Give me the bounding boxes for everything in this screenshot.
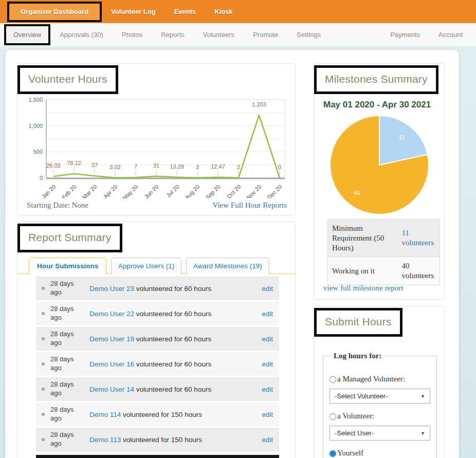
subnav-item-overview[interactable]: Overview	[4, 24, 50, 45]
svg-text:May 20: May 20	[121, 184, 139, 198]
annotation-box-partial	[36, 455, 279, 458]
user-link[interactable]: Demo User 23	[89, 285, 134, 292]
subnav-item-payments[interactable]: Payments	[381, 31, 429, 39]
edit-link[interactable]: edit	[257, 436, 279, 444]
svg-text:Jun 20: Jun 20	[143, 184, 160, 198]
milestones-period: May 01 2020 - Apr 30 2021	[323, 100, 431, 110]
edit-link[interactable]: edit	[257, 411, 279, 418]
milestones-summary-title: Milestones Summary	[325, 73, 428, 85]
submit-hours-title: Submit Hours	[325, 316, 392, 328]
content-area: Volunteer Hours 05001,0001,50026.0278.12…	[0, 46, 476, 458]
subnav-right-group: Payments Account	[381, 31, 476, 39]
yourself-radio[interactable]	[329, 450, 336, 457]
submission-text: Demo User 19 volunteered for 60 hours	[82, 335, 257, 343]
select-volunteer-value: -Select Volunteer-	[335, 392, 388, 400]
option-yourself: Yourself	[329, 449, 430, 457]
submission-text: Demo User 22 volunteered for 60 hours	[82, 310, 257, 318]
milestone-count-link[interactable]: 11 volunteers	[402, 229, 434, 247]
submission-time: 28 days ago	[50, 380, 82, 398]
tab-approve-users[interactable]: Approve Users (1)	[111, 258, 182, 274]
nav-tab-events[interactable]: Events	[165, 0, 206, 23]
chevron-down-icon: ▼	[420, 431, 425, 436]
submission-text: Demo 113 volunteered for 150 hours	[82, 436, 257, 444]
submission-time: 28 days ago	[50, 330, 82, 347]
volunteer-hours-title: Volunteer Hours	[28, 73, 107, 85]
svg-text:31: 31	[153, 162, 159, 169]
svg-text:500: 500	[33, 149, 43, 155]
edit-link[interactable]: edit	[257, 310, 279, 318]
hour-submission-row: 28 days agoDemo User 22 volunteered for …	[36, 302, 279, 325]
subnav-item-approvals[interactable]: Approvals (30)	[50, 31, 113, 39]
subnav-item-reports[interactable]: Reports	[152, 31, 194, 39]
hour-submission-row: 28 days agoDemo User 14 volunteered for …	[36, 377, 279, 401]
user-link[interactable]: Demo 114	[89, 411, 121, 418]
svg-text:26.02: 26.02	[46, 162, 61, 169]
managed-volunteer-radio[interactable]	[329, 376, 336, 383]
volunteer-radio[interactable]	[329, 413, 336, 420]
managed-volunteer-label: a Managed Volunteer:	[337, 375, 405, 383]
nav-tab-kiosk[interactable]: Kiosk	[205, 0, 242, 23]
report-summary-panel: Report Summary Hour Submissions Approve …	[17, 222, 296, 458]
edit-link[interactable]: edit	[257, 285, 279, 292]
svg-text:2: 2	[237, 164, 240, 170]
svg-text:Jan 20: Jan 20	[41, 184, 57, 198]
user-link[interactable]: Demo User 22	[89, 310, 134, 318]
user-link[interactable]: Demo User 14	[89, 386, 134, 393]
hour-submission-row: 28 days agoDemo User 23 volunteered for …	[36, 277, 279, 300]
select-volunteer-dropdown[interactable]: -Select Volunteer- ▼	[329, 389, 430, 404]
table-row: Working on it 40 volunteers	[328, 257, 440, 285]
view-full-hour-reports-link[interactable]: View Full Hour Reports	[212, 201, 287, 210]
user-link[interactable]: Demo 113	[89, 436, 121, 444]
svg-text:3.02: 3.02	[109, 164, 120, 170]
submission-time: 28 days ago	[50, 431, 82, 448]
yourself-label: Yourself	[337, 449, 363, 457]
view-full-milestone-report-link[interactable]: view full milestone report	[323, 284, 403, 292]
svg-text:1,500: 1,500	[28, 97, 43, 103]
milestones-panel: Milestones Summary May 01 2020 - Apr 30 …	[314, 63, 445, 300]
secondary-nav: Overview Approvals (30) Photos Reports V…	[0, 23, 476, 46]
bullet-icon	[36, 362, 50, 365]
bullet-icon	[36, 413, 50, 416]
edit-link[interactable]: edit	[257, 335, 279, 343]
subnav-item-settings[interactable]: Settings	[287, 31, 330, 39]
milestone-label: Minimum Requirement (50 Hours)	[328, 219, 398, 257]
submission-detail: volunteered for 60 hours	[134, 335, 211, 343]
svg-text:Feb 20: Feb 20	[61, 184, 78, 198]
submission-detail: volunteered for 60 hours	[134, 360, 211, 368]
subnav-item-photos[interactable]: Photos	[113, 31, 152, 39]
nav-tab-volunteer-log[interactable]: Volunteer Log	[102, 0, 164, 23]
svg-text:0: 0	[40, 175, 43, 181]
tab-hour-submissions[interactable]: Hour Submissions	[29, 258, 106, 274]
edit-link[interactable]: edit	[257, 360, 279, 368]
tab-award-milestones[interactable]: Award Milestones (19)	[186, 258, 269, 274]
submission-detail: volunteered for 60 hours	[134, 285, 211, 292]
bullet-icon	[36, 312, 50, 315]
select-user-dropdown[interactable]: -Select User- ▼	[329, 426, 430, 441]
submission-text: Demo User 16 volunteered for 60 hours	[82, 360, 257, 368]
pie-slice-label: 40	[354, 190, 360, 196]
pie-slice-label: 11	[399, 134, 405, 140]
bullet-icon	[36, 438, 50, 441]
user-link[interactable]: Demo User 19	[89, 335, 134, 343]
edit-link[interactable]: edit	[257, 386, 279, 393]
svg-text:12.47: 12.47	[211, 163, 225, 170]
hour-submission-row: 28 days agoDemo 113 volunteered for 150 …	[36, 428, 279, 451]
subnav-item-volunteers[interactable]: Volunteers	[194, 31, 244, 39]
svg-text:7: 7	[134, 163, 137, 170]
organizer-dashboard-page: Organizer Dashboard Volunteer Log Events…	[0, 0, 476, 458]
submission-time: 28 days ago	[50, 406, 82, 423]
subnav-item-promote[interactable]: Promote	[244, 31, 287, 39]
submission-detail: volunteered for 150 hours	[121, 411, 202, 418]
subnav-item-account[interactable]: Account	[429, 31, 472, 39]
hour-submission-row: 28 days agoDemo User 16 volunteered for …	[36, 352, 279, 376]
annotation-box-volunteer-hours: Volunteer Hours	[17, 65, 118, 94]
starting-date-label: Starting Date: None	[27, 201, 88, 210]
user-link[interactable]: Demo User 16	[89, 360, 134, 368]
primary-nav: Organizer Dashboard Volunteer Log Events…	[0, 0, 476, 23]
log-hours-fieldset: Log hours for: a Managed Volunteer: -Sel…	[323, 352, 437, 458]
nav-tab-organizer-dashboard[interactable]: Organizer Dashboard	[7, 2, 102, 22]
report-tabbar: Hour Submissions Approve Users (1) Award…	[17, 257, 295, 274]
bullet-icon	[36, 388, 50, 391]
svg-text:1,203: 1,203	[252, 101, 266, 107]
volunteer-hours-panel: Volunteer Hours 05001,0001,50026.0278.12…	[17, 63, 296, 215]
